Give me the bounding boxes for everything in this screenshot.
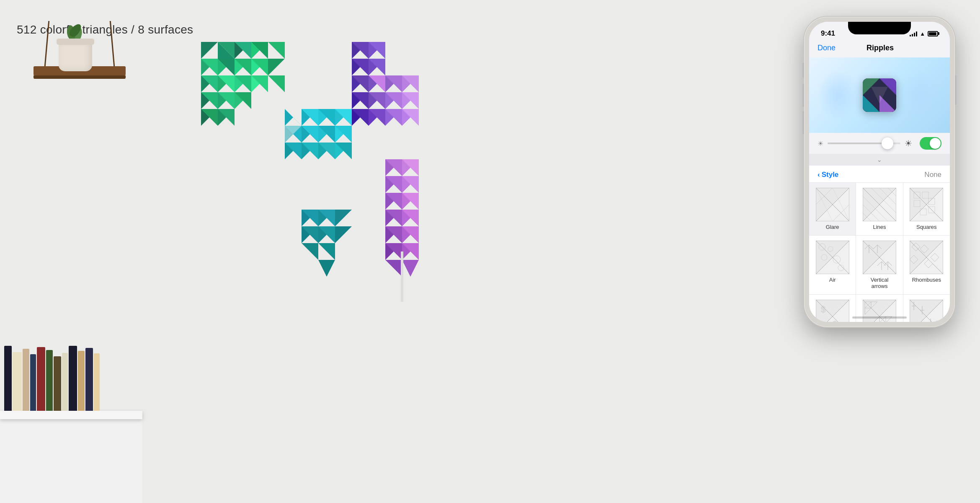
book [85,348,93,411]
rope-right [110,21,115,71]
battery-icon [928,31,938,36]
chevron-left-icon: ‹ [818,171,820,179]
style-item-rhombuses[interactable]: Rhombuses [903,236,950,294]
phone-mockup: 9:41 ▲ Done [804,17,955,327]
style-item-vertical-arrows-label: Vertical arrows [871,277,889,289]
style-item-air-label: Air [829,277,836,283]
book [69,346,77,411]
signal-bar-2 [912,34,913,36]
svg-marker-133 [402,260,419,277]
art-panel [201,42,444,302]
status-time: 9:41 [821,29,835,38]
style-item-rhombuses-label: Rhombuses [912,277,941,283]
app-header: Done Ripples [809,40,950,57]
svg-marker-10 [268,42,285,59]
svg-text:$: $ [821,305,825,314]
phone-content: Done Ripples [809,40,950,322]
svg-marker-140 [268,193,285,210]
wifi-icon: ▲ [920,31,925,37]
svg-marker-132 [385,260,402,277]
style-item-cross[interactable]: Cross [903,295,950,322]
signal-bars-icon [910,31,917,36]
phone-screen: 9:41 ▲ Done [809,22,950,322]
book [23,349,29,411]
book [13,352,22,411]
preview-glow-left [818,70,859,120]
style-item-glare[interactable]: Glare [809,183,856,235]
style-title: ‹ Style [818,171,838,179]
bookshelf-surface [0,411,142,419]
book [37,347,45,411]
bookshelf-cabinet [0,411,142,503]
hanging-shelf [25,21,134,126]
power-toggle[interactable] [920,137,941,150]
bookshelf [0,344,142,503]
brightness-track [828,143,890,144]
preview-art-icon [863,78,896,112]
power-button [955,75,957,105]
flower-pot [59,42,92,71]
brightness-row: ☀ ☀ [809,133,950,154]
svg-marker-73 [302,243,318,260]
svg-marker-19 [268,59,285,75]
done-button[interactable]: Done [818,44,836,52]
toggle-thumb [930,138,941,149]
rope-left [44,21,49,71]
volume-down-button [802,111,804,134]
style-item-lines-label: Lines [873,224,886,230]
signal-bar-3 [914,33,915,36]
svg-marker-28 [268,75,285,92]
style-section: ‹ Style None [809,166,950,322]
svg-marker-67 [335,210,352,226]
book [46,350,53,411]
brightness-slider[interactable] [828,143,900,144]
style-header: ‹ Style None [809,166,950,183]
book [54,356,61,411]
svg-text:$: $ [833,319,837,322]
books-collection [4,335,134,411]
phone-frame: 9:41 ▲ Done [804,17,955,327]
svg-marker-72 [335,226,352,243]
style-item-dollar[interactable]: $ $ Dollar [809,295,856,322]
chevron-down-icon: ⌄ [877,156,882,163]
plant-container [59,42,92,71]
style-item-lines[interactable]: Lines [856,183,903,235]
preview-glow-right [900,70,941,120]
style-none-label: None [924,171,941,179]
volume-up-button [802,84,804,107]
style-item-vertical-arrows[interactable]: Vertical arrows [856,236,903,294]
svg-marker-3 [201,42,218,59]
screen-title: Ripples [867,44,894,52]
status-icons: ▲ [910,31,938,37]
style-item-squares-label: Squares [916,224,936,230]
preview-area [809,57,950,133]
style-label: Style [822,171,839,179]
home-indicator [852,316,907,319]
brightness-high-icon: ☀ [905,138,912,148]
triangle-art-svg [201,42,444,302]
svg-marker-75 [318,260,335,277]
style-item-squares[interactable]: Squares [903,183,950,235]
signal-bar-1 [910,35,911,36]
svg-marker-136 [268,126,285,143]
brightness-thumb [882,137,893,149]
book [62,353,68,411]
book [94,353,100,411]
chevron-divider: ⌄ [809,154,950,166]
style-item-air[interactable]: Air [809,236,856,294]
style-grid: Glare [809,183,950,322]
book [30,354,36,411]
style-item-glare-label: Glare [826,224,839,230]
svg-marker-74 [318,243,335,260]
book [78,351,85,411]
battery-fill [929,32,936,35]
notch [848,22,911,34]
mute-button [802,63,804,78]
brightness-low-icon: ☀ [818,140,823,148]
signal-bar-4 [916,31,917,36]
book [4,346,12,411]
